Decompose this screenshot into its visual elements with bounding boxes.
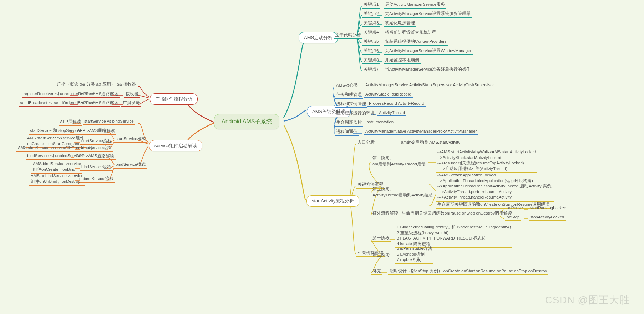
service-bind-2-a: AMS.unbindService->service组件onUnBind、onD… (29, 173, 85, 186)
ams-row-2-a: 关键点3 (362, 20, 380, 27)
branch-broadcast[interactable]: 广播组件流程分析 (150, 93, 198, 105)
ams-row-1-b: 为ActivityManagerService设置系统服务管理器 (384, 11, 472, 18)
ams-row-0-a: 关键点1 (362, 2, 380, 9)
key-row-0-b: ActivityManagerService ActivityStackSupe… (364, 83, 495, 88)
sa-sum-p1-label: 第一阶段 (371, 235, 391, 242)
branch-service[interactable]: service组件启动解读 (149, 140, 202, 151)
ams-row-3-a: 关键点4 (362, 30, 380, 36)
ams-row-7-a: 关键点7 (362, 67, 380, 73)
service-app-b: startService vs bindService (83, 119, 135, 125)
ams-row-1-a: 关键点2 (362, 11, 380, 18)
sa-extra-1-a: onStop (505, 215, 521, 221)
watermark: CSDN @图王大胜 (545, 293, 630, 307)
key-row-4-b: Instrumentation (364, 120, 395, 125)
sa-extra-label: 额外流程解读 (371, 211, 400, 217)
root-node[interactable]: Android AMS子系统 (214, 114, 279, 129)
key-row-1-a: 任务和栈管理 (335, 92, 363, 99)
broadcast-row-0: 广播（概念 && 分类 && 应用） && 接收器 (56, 82, 137, 88)
ams-row-6-b: 开始监控本地崩溃 (384, 57, 421, 64)
ams-row-7-b: 当ActivityManagerService准备好后执行的操作 (384, 67, 472, 73)
ams-row-0-b: 启动ActivityManagerService服务 (384, 2, 446, 9)
service-bind-label: bindService模式 (114, 162, 147, 169)
sa-phase2-body: ->AMS.attachApplicationLocked-->Applicat… (436, 173, 554, 202)
sa-extra-mid: 生命周期关键回调函数onPause onStop onDestroy调用解读 (400, 211, 513, 217)
branch-startactivity[interactable]: startActivity流程分析 (306, 195, 359, 207)
sa-sum-extra-a: 补充 (371, 268, 382, 275)
service-start-label: startService模式 (114, 136, 147, 143)
key-row-0-a: AMS核心类 (335, 83, 359, 89)
service-bind-1-b: bindService流程 (80, 164, 113, 171)
sa-sum-p2-label: 第二阶段 (371, 253, 391, 259)
ams-start-mid: 主干代码分析 (334, 32, 362, 39)
ams-row-6-a: 关键点8 (362, 57, 380, 64)
broadcast-row-2-a: sendBroadcast 和 sendOrderedBroadcast (19, 100, 98, 107)
key-row-2-a: 进程和实例管理 (335, 101, 367, 108)
service-start-0-b: APP->AMS通路解读 (76, 128, 116, 135)
key-row-3-a: 应用程序运行的环境 (335, 110, 376, 117)
broadcast-row-1-c: 接收器 (124, 91, 140, 98)
key-row-3-b: ActivityThread (377, 110, 406, 116)
key-row-5-a: 进程间通信 (335, 129, 359, 136)
key-row-5-b: ActivityManagerNative ActivityManagerPro… (364, 129, 478, 135)
sa-sum-p1-body: 1 Binder.clearCallingIdentity() 和 Binder… (395, 225, 512, 248)
branch-ams-start[interactable]: AMS启动分析 (299, 32, 338, 43)
service-start-0-a: startService 和 stopService (29, 128, 81, 135)
sa-extra-0-a: onPause (505, 206, 524, 211)
service-bind-1-a: AMS.bindService->service组件onCreate、onBin… (31, 161, 82, 174)
sa-entry-b: am命令启动 到AMS.startActivity (400, 140, 462, 146)
sa-phase2-label: 第二阶段:ActivityThread启动到Activity拉起 (371, 187, 434, 199)
sa-sum-extra-b: 超时设计（以onStop 为例） onCreate onStart onResu… (388, 268, 548, 275)
key-row-4-a: 生命周期监控 (335, 120, 363, 127)
sa-phase1-body: ->AMS.startActivityMayWait->AMS.startAct… (436, 149, 537, 173)
ams-row-4-b: 安装系统提供的ContentProviders (384, 39, 448, 46)
service-app-a: APP层解读 (59, 119, 82, 126)
ams-row-4-a: 关键点5 (362, 39, 380, 46)
ams-row-5-b: 为ActivityManagerService设置WindowManager (384, 48, 473, 55)
sa-extra-1-b: stopActivityLocked (529, 215, 566, 221)
service-bind-0-a: bindService 和 unbindService (26, 153, 82, 160)
sa-phase1-label: 第一阶段:am启动到ActivityThread启动 (371, 156, 427, 168)
sa-entry-a: 入口分析 (356, 140, 376, 146)
ams-row-2-b: 初始化电源管理 (384, 20, 416, 27)
ams-row-5-a: 关键点6 (362, 48, 380, 55)
service-start-2-a: AMS.stopService->service组件onDestroy (16, 145, 95, 152)
sa-sum-p2-body: 5 isPersistable方法6 Eventlog机制7 ropbox机制 (395, 246, 433, 264)
ams-row-3-b: 将当前进程设置为系统进程 (384, 30, 438, 36)
sa-extra-0-b: startPausingLocked (529, 206, 568, 211)
broadcast-row-1-a: registerReceiver 和 unregisterReceiver (22, 91, 96, 98)
key-row-1-b: ActivityStack TaskRecord (364, 92, 413, 98)
key-row-2-b: ProcessRecord ActivityRecord (367, 101, 426, 107)
broadcast-row-2-c: 广播发送 (121, 100, 141, 107)
